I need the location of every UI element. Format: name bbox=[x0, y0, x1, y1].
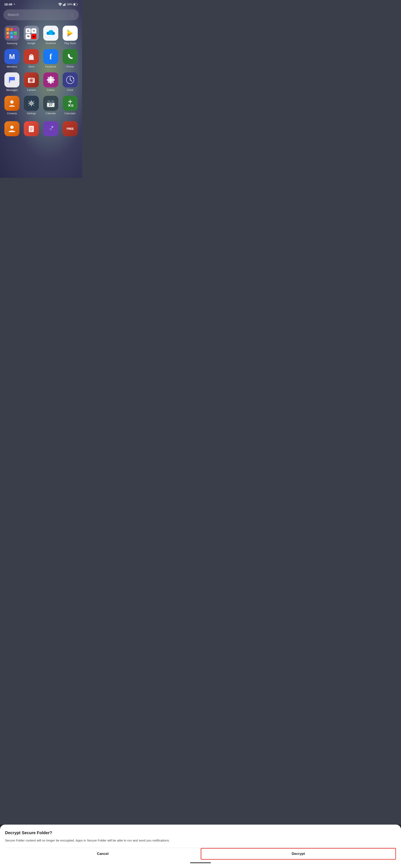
phone-handset-icon bbox=[66, 53, 74, 61]
bottom-app-1[interactable] bbox=[3, 121, 21, 136]
phone-label: Phone bbox=[66, 65, 74, 68]
svg-point-24 bbox=[70, 80, 70, 80]
battery-icon bbox=[73, 3, 78, 6]
bottom-partial-row: ○ ✕ FREE bbox=[0, 121, 82, 136]
onedrive-icon bbox=[43, 26, 58, 41]
status-right: 39% bbox=[58, 3, 78, 6]
gallery-icon bbox=[43, 72, 58, 87]
app-item-settings[interactable]: Settings bbox=[23, 96, 40, 115]
svg-text:27: 27 bbox=[49, 103, 53, 106]
google-label: Google bbox=[27, 42, 35, 45]
calculator-icon bbox=[63, 96, 78, 111]
messages-label: Messages bbox=[6, 89, 18, 92]
clock-face-icon bbox=[65, 75, 75, 85]
calendar-icon: 27 bbox=[43, 96, 58, 111]
bottom-app-4[interactable]: FREE bbox=[61, 121, 79, 136]
bottom-icon-4: FREE bbox=[63, 121, 78, 136]
svg-point-11 bbox=[33, 78, 34, 79]
onedrive-label: OneDrive bbox=[46, 42, 56, 45]
facebook-icon: f bbox=[43, 49, 58, 64]
app-item-messages[interactable]: Messages bbox=[3, 72, 21, 92]
search-bar[interactable]: Search ⋮ bbox=[3, 9, 79, 20]
svg-point-10 bbox=[30, 79, 32, 82]
members-icon: M bbox=[4, 49, 20, 64]
settings-icon bbox=[24, 96, 39, 111]
app-item-gallery[interactable]: Gallery bbox=[42, 72, 59, 92]
playstore-icon bbox=[63, 26, 78, 41]
app-item-phone[interactable]: Phone bbox=[61, 49, 79, 68]
clock-icon bbox=[63, 72, 78, 87]
clock-label: Clock bbox=[67, 89, 73, 92]
google-folder-icon: G ✉ 🗺 ▶ bbox=[24, 26, 39, 41]
status-left: 18:48 ✦ bbox=[4, 2, 15, 6]
bottom-app-2[interactable] bbox=[23, 121, 40, 136]
contacts-icon bbox=[4, 96, 20, 111]
flower-icon bbox=[46, 75, 55, 84]
gallery-label: Gallery bbox=[47, 89, 55, 92]
phone-icon bbox=[63, 49, 78, 64]
bottom-icon-3: ○ ✕ bbox=[43, 121, 58, 136]
calendar-label: Calendar bbox=[46, 112, 56, 115]
app-item-samsung[interactable]: S 📻 ♪ 💬 ✉ 📦 W 🗺 📍 Samsung bbox=[3, 26, 21, 45]
svg-point-25 bbox=[10, 100, 13, 104]
svg-rect-1 bbox=[63, 5, 63, 6]
messages-icon bbox=[4, 72, 20, 87]
screen-content: 18:48 ✦ 39% Search bbox=[0, 0, 82, 136]
app-item-clock[interactable]: Clock bbox=[61, 72, 79, 92]
app-item-onedrive[interactable]: OneDrive bbox=[42, 26, 59, 45]
members-label: Members bbox=[7, 65, 17, 68]
camera-label: Camera bbox=[27, 89, 36, 92]
camera-icon bbox=[24, 72, 39, 87]
app-item-google[interactable]: G ✉ 🗺 ▶ Google bbox=[23, 26, 40, 45]
shopping-bag-icon bbox=[27, 52, 35, 61]
playstore-label: Play Store bbox=[64, 42, 76, 45]
play-triangle-icon bbox=[66, 29, 75, 37]
gear-icon bbox=[27, 99, 35, 107]
app-item-camera[interactable]: Camera bbox=[23, 72, 40, 92]
onedrive-cloud-icon bbox=[45, 29, 56, 37]
status-bar: 18:48 ✦ 39% bbox=[0, 0, 82, 7]
search-placeholder: Search bbox=[7, 13, 19, 17]
wifi-icon bbox=[58, 3, 62, 6]
app-grid: S 📻 ♪ 💬 ✉ 📦 W 🗺 📍 Samsung G ✉ � bbox=[0, 24, 82, 117]
svg-point-40 bbox=[10, 126, 13, 129]
signal-icon bbox=[63, 3, 66, 6]
status-sparkle-icon: ✦ bbox=[13, 3, 15, 6]
search-menu-icon[interactable]: ⋮ bbox=[70, 12, 75, 17]
svg-rect-6 bbox=[74, 4, 75, 5]
app-item-calendar[interactable]: 27 Calendar bbox=[42, 96, 59, 115]
svg-rect-3 bbox=[64, 3, 65, 6]
svg-rect-2 bbox=[64, 4, 64, 6]
store-label: Store bbox=[28, 65, 34, 68]
app-item-contacts[interactable]: Contacts bbox=[3, 96, 21, 115]
svg-rect-4 bbox=[65, 3, 66, 6]
samsung-label: Samsung bbox=[7, 42, 17, 45]
svg-point-0 bbox=[60, 5, 60, 6]
svg-marker-7 bbox=[67, 30, 73, 37]
app-item-members[interactable]: M Members bbox=[3, 49, 21, 68]
bottom-icon-1 bbox=[4, 121, 20, 136]
bottom-icon-2 bbox=[24, 121, 39, 136]
calculator-label: Calculator bbox=[64, 112, 76, 115]
samsung-folder-icon: S 📻 ♪ 💬 ✉ 📦 W 🗺 📍 bbox=[4, 26, 20, 41]
app-item-playstore[interactable]: Play Store bbox=[61, 26, 79, 45]
bottom-app-3[interactable]: ○ ✕ bbox=[42, 121, 59, 136]
camera-lens-icon bbox=[27, 76, 35, 84]
settings-label: Settings bbox=[27, 112, 36, 115]
svg-rect-32 bbox=[49, 100, 49, 102]
svg-point-27 bbox=[30, 102, 32, 104]
file-icon bbox=[27, 125, 35, 133]
calendar-face-icon: 27 bbox=[46, 99, 55, 108]
facebook-label: Facebook bbox=[45, 65, 56, 68]
store-icon bbox=[24, 49, 39, 64]
battery-text: 39% bbox=[67, 3, 73, 6]
calculator-symbol-icon bbox=[65, 99, 75, 108]
app-item-calculator[interactable]: Calculator bbox=[61, 96, 79, 115]
person2-icon bbox=[8, 125, 16, 133]
app-item-facebook[interactable]: f Facebook bbox=[42, 49, 59, 68]
svg-rect-33 bbox=[52, 100, 53, 102]
app-item-store[interactable]: Store bbox=[23, 49, 40, 68]
status-time: 18:48 bbox=[4, 2, 12, 6]
person-icon bbox=[8, 99, 16, 107]
contacts-label: Contacts bbox=[7, 112, 17, 115]
